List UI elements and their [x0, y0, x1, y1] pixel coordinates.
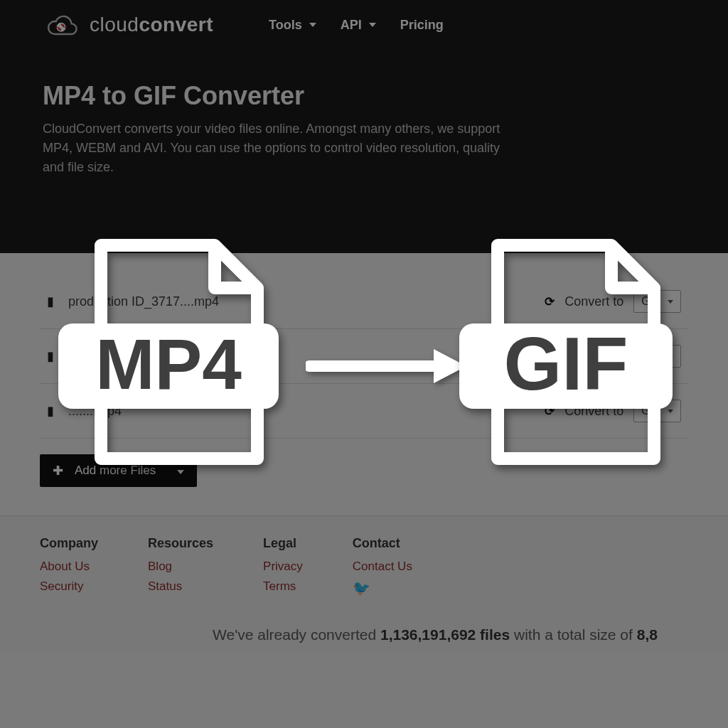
page-title: MP4 to GIF Converter	[43, 81, 512, 111]
sync-icon: ⟳	[545, 404, 555, 419]
footer-col-legal: Legal Privacy Terms	[263, 536, 303, 602]
add-file-icon: ✚	[53, 463, 63, 478]
footer-col-contact: Contact Contact Us 🐦	[353, 536, 412, 602]
add-more-label: Add more Files	[75, 464, 156, 478]
format-select[interactable]: GIF	[633, 400, 681, 422]
nav-pricing[interactable]: Pricing	[400, 18, 444, 33]
sync-icon: ⟳	[545, 294, 555, 309]
page-description: CloudConvert converts your video files o…	[43, 119, 512, 177]
file-row: ▮ production ID_4107....mp4 ⟳ Convert to…	[40, 329, 688, 384]
footer-heading: Contact	[353, 536, 412, 551]
twitter-icon[interactable]: 🐦	[353, 579, 412, 596]
stats-line: We've already converted 1,136,191,692 fi…	[40, 626, 688, 643]
link-blog[interactable]: Blog	[148, 560, 213, 574]
nav-api[interactable]: API	[341, 18, 376, 33]
cloud-logo-icon	[43, 13, 80, 37]
footer-col-company: Company About Us Security	[40, 536, 98, 602]
brand-text: cloudconvert	[90, 14, 213, 36]
file-row: ▮ ........mp4 ⟳ Convert to GIF	[40, 384, 688, 439]
link-about-us[interactable]: About Us	[40, 560, 98, 574]
link-privacy[interactable]: Privacy	[263, 560, 303, 574]
link-security[interactable]: Security	[40, 579, 98, 594]
file-icon: ▮	[47, 403, 54, 419]
file-icon: ▮	[47, 294, 54, 309]
link-terms[interactable]: Terms	[263, 579, 303, 594]
file-icon: ▮	[47, 348, 54, 364]
link-status[interactable]: Status	[148, 579, 213, 594]
file-name: ........mp4	[68, 404, 122, 419]
footer-heading: Legal	[263, 536, 303, 551]
format-select[interactable]: GIF	[633, 290, 681, 313]
link-contact-us[interactable]: Contact Us	[353, 560, 412, 574]
file-list: ▮ production ID_3717....mp4 ⟳ Convert to…	[0, 253, 728, 515]
chevron-down-icon	[177, 464, 184, 478]
convert-to-label: Convert to	[564, 404, 623, 419]
add-more-files-button[interactable]: ✚ Add more Files	[40, 454, 197, 487]
footer-heading: Company	[40, 536, 98, 551]
convert-to-label: Convert to	[564, 294, 623, 309]
sync-icon: ⟳	[545, 349, 555, 364]
footer-col-resources: Resources Blog Status	[148, 536, 213, 602]
file-name: production ID_3717....mp4	[68, 294, 219, 309]
nav-tools[interactable]: Tools	[269, 18, 316, 33]
file-row: ▮ production ID_3717....mp4 ⟳ Convert to…	[40, 274, 688, 329]
file-name: production ID_4107....mp4	[68, 349, 219, 364]
footer-heading: Resources	[148, 536, 213, 551]
convert-to-label: Convert to	[564, 349, 623, 364]
top-nav: cloudconvert Tools API Pricing	[0, 0, 728, 50]
logo[interactable]: cloudconvert	[43, 13, 213, 37]
format-select[interactable]: GIF	[633, 345, 681, 368]
